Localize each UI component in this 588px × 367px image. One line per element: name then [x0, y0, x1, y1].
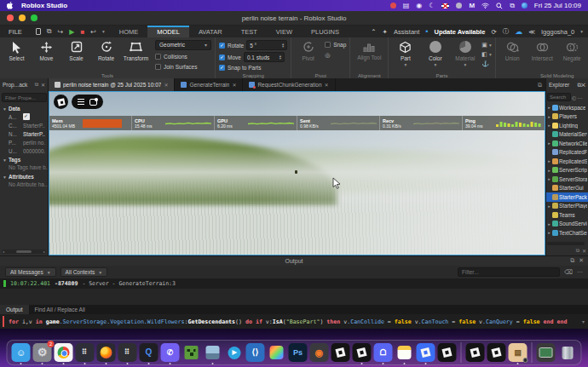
- media-key-icon[interactable]: M: [469, 3, 475, 9]
- dock-final-cut-icon[interactable]: [268, 343, 286, 362]
- ribbon-tab-plugins[interactable]: PLUGINS: [302, 26, 349, 37]
- ribbon-tab-model[interactable]: MODEL: [147, 26, 189, 37]
- tab-overflow-icon[interactable]: ⧉: [538, 82, 542, 89]
- explorer-item-materialservice[interactable]: MaterialService: [546, 130, 588, 140]
- lock-icon[interactable]: ◧ ▾: [481, 50, 491, 58]
- negate-button[interactable]: Negate: [559, 39, 585, 72]
- collapse-triangle-icon[interactable]: ▼: [3, 106, 7, 112]
- dock-launchpad-icon[interactable]: ⠿: [76, 343, 95, 362]
- explorer-item-teams[interactable]: Teams: [546, 210, 588, 220]
- dock-roblox-studio-icon[interactable]: [466, 343, 485, 362]
- join-surfaces-checkbox[interactable]: Join Surfaces: [155, 62, 211, 72]
- messages-filter-dropdown[interactable]: All Messages▼: [5, 267, 56, 277]
- part-caret-icon[interactable]: ▾: [404, 62, 406, 67]
- dock-roblox-studio-icon[interactable]: [438, 343, 457, 362]
- command-bar-caret-icon[interactable]: ▾: [582, 318, 588, 324]
- uk-flag-icon[interactable]: [441, 3, 449, 9]
- redo-icon[interactable]: ↪: [58, 28, 64, 36]
- properties-panel-header[interactable]: Prop...ack ⧉✕: [0, 78, 49, 91]
- stop-icon[interactable]: ■: [80, 28, 84, 36]
- expand-arrow-icon[interactable]: ▸: [547, 140, 551, 146]
- dock-chrome-icon[interactable]: [55, 343, 73, 362]
- close-tab-icon[interactable]: ✕: [232, 82, 236, 88]
- viewport-pill-menu[interactable]: [72, 95, 103, 109]
- popout-icon[interactable]: ⧉: [35, 82, 38, 88]
- collisions-checkbox[interactable]: Collisions: [155, 52, 211, 61]
- explorer-item-starterplayer[interactable]: ▸StarterPlayer: [546, 202, 588, 211]
- contexts-filter-dropdown[interactable]: All Contexts▼: [61, 267, 108, 277]
- color-button[interactable]: Color ▾: [422, 39, 448, 72]
- explorer-item-replicatedstorage[interactable]: ▸ReplicatedStorage: [546, 157, 588, 166]
- dock-photos-app-icon[interactable]: [204, 343, 222, 362]
- property-value[interactable]: 0000000...: [23, 148, 45, 154]
- dock-trash-icon[interactable]: [558, 343, 577, 362]
- dock-photoshop-icon[interactable]: Ps: [289, 343, 308, 362]
- expand-arrow-icon[interactable]: ▸: [547, 176, 551, 181]
- doc-tab-0[interactable]: perlin noise terrain @ 25 Jul 2025 10:07…: [49, 78, 175, 91]
- explorer-item-lighting[interactable]: ▸Lighting: [546, 121, 588, 130]
- viewport-3d[interactable]: Mem4501.04 MBCPU15.48 msGPU6.20 msSent0.…: [49, 91, 545, 255]
- tab-find-all[interactable]: Find All / Replace All: [29, 305, 91, 314]
- explorer-item-textchatservice[interactable]: ▸TextChatService: [546, 228, 588, 238]
- explorer-item-workspace[interactable]: ▸Workspace: [546, 103, 588, 112]
- collapse-triangle-icon[interactable]: ▼: [3, 158, 7, 163]
- menubar-clock[interactable]: Fri 25 Jul 10:09: [534, 2, 581, 9]
- collapse-ribbon-icon[interactable]: ⌃: [371, 28, 376, 36]
- explorer-item-serverstorage[interactable]: ▸ServerStorage: [546, 175, 588, 184]
- mode-dropdown[interactable]: Geometric▾: [155, 40, 211, 50]
- dock-roblox-studio-icon[interactable]: [331, 343, 350, 362]
- command-bar[interactable]: for i,v in game.ServerStorage.Vegetation…: [0, 314, 588, 329]
- record-icon[interactable]: ◉: [416, 3, 422, 9]
- snap-to-parts-checkbox[interactable]: Snap to Parts: [219, 64, 287, 72]
- new-file-icon[interactable]: [36, 28, 41, 35]
- property-value[interactable]: StarterP...: [23, 123, 45, 129]
- search-options-icon[interactable]: ⋯: [577, 95, 582, 100]
- spotlight-icon[interactable]: [496, 3, 503, 9]
- explorer-item-starterpack[interactable]: StarterPack: [546, 192, 588, 202]
- popout-icon[interactable]: ⧉: [570, 257, 574, 264]
- hamburger-icon[interactable]: [78, 99, 84, 105]
- properties-hscrollbar[interactable]: ◂▸: [2, 249, 46, 254]
- control-center-icon[interactable]: ⧉: [510, 3, 515, 9]
- menubar-app-name[interactable]: Roblox Studio: [21, 2, 67, 9]
- stepper-arrows-icon[interactable]: ▴▾: [280, 54, 281, 60]
- explorer-item-serverscriptservice[interactable]: ▸ServerScriptService: [546, 166, 588, 175]
- undo-icon[interactable]: ↩: [90, 28, 96, 36]
- expand-arrow-icon[interactable]: ▸: [547, 230, 551, 235]
- section-tags[interactable]: ▼Tags: [0, 155, 48, 163]
- apple-menu-icon[interactable]: [7, 2, 14, 9]
- dock-installer-icon[interactable]: ▤: [509, 343, 527, 362]
- explorer-item-startergui[interactable]: StarterGui: [546, 184, 588, 193]
- dock-firefox-icon[interactable]: [97, 343, 116, 362]
- properties-filter-input[interactable]: [2, 93, 47, 102]
- vpn-icon[interactable]: [456, 3, 462, 9]
- section-data[interactable]: ▼Data: [0, 104, 48, 112]
- close-tab-icon[interactable]: ✕: [325, 82, 329, 88]
- cloud-icon[interactable]: ☁: [515, 27, 522, 36]
- close-icon[interactable]: ✕: [582, 248, 586, 254]
- explorer-item-soundservice[interactable]: ▸SoundService: [546, 220, 588, 229]
- move-snap-stepper[interactable]: 0.1 studs▴▾: [244, 52, 285, 62]
- dock-roblox-studio-icon[interactable]: [353, 343, 372, 362]
- dock-minecraft-icon[interactable]: [182, 343, 201, 362]
- share-icon[interactable]: ≪: [528, 28, 535, 36]
- explorer-hscrollbar[interactable]: [547, 242, 585, 245]
- property-row-3[interactable]: P...perlin no...: [0, 138, 48, 146]
- color-caret-icon[interactable]: ▾: [434, 62, 436, 67]
- pivot-snap-checkbox[interactable]: Snap: [325, 40, 346, 49]
- keyboard-icon[interactable]: ▤: [403, 3, 410, 9]
- output-titlebar[interactable]: Output ⧉✕: [0, 256, 588, 266]
- dock-telegram-icon[interactable]: [225, 343, 244, 362]
- doc-tab-1[interactable]: GenerateTerrain✕: [175, 78, 243, 91]
- property-value[interactable]: perlin no...: [23, 140, 45, 146]
- property-checkbox-checked[interactable]: [23, 113, 30, 120]
- clear-output-icon[interactable]: ⌫: [564, 269, 573, 276]
- info-icon[interactable]: ⓘ: [503, 27, 510, 36]
- explorer-panel-header[interactable]: Explorer ⧉✕: [545, 78, 588, 91]
- intersect-button[interactable]: Intersect: [529, 39, 556, 72]
- pivot-edit-icon[interactable]: ◎: [325, 51, 346, 59]
- expand-arrow-icon[interactable]: ▸: [547, 204, 551, 209]
- ribbon-tab-avatar[interactable]: AVATAR: [189, 26, 232, 37]
- rotate-tool-button[interactable]: Rotate: [93, 39, 119, 72]
- expand-arrow-icon[interactable]: ▸: [547, 158, 551, 163]
